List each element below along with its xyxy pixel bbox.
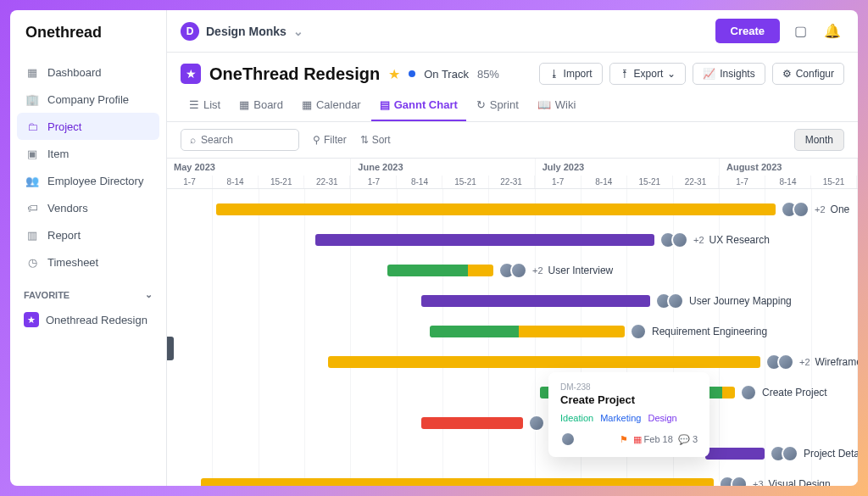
filter-button[interactable]: ⚲Filter — [313, 134, 347, 146]
task-bar[interactable] — [201, 478, 714, 486]
tab-gannt-chart[interactable]: ▤Gannt Chart — [371, 93, 466, 121]
task-bar[interactable] — [315, 234, 654, 246]
week-cell: 1-7 — [536, 176, 581, 188]
assignee-avatars[interactable] — [659, 231, 688, 248]
task-row[interactable]: +2Wireframe — [167, 347, 858, 377]
create-button[interactable]: Create — [715, 19, 780, 43]
task-bar[interactable] — [216, 203, 776, 215]
avatar[interactable] — [630, 323, 647, 340]
sidebar-item-item[interactable]: ▣Item — [17, 140, 159, 167]
avatar[interactable] — [793, 201, 810, 218]
project-header: ★ OneThread Redesign ★ On Track 85% ⭳Imp… — [167, 53, 858, 85]
sidebar-item-company-profile[interactable]: 🏢Company Profile — [17, 86, 159, 113]
sidebar-item-project[interactable]: 🗀Project — [17, 113, 159, 140]
tab-calendar[interactable]: ▦Calendar — [293, 93, 370, 121]
assignee-avatars[interactable] — [630, 323, 647, 340]
week-cell: 15-21 — [259, 176, 304, 188]
collapse-handle[interactable] — [167, 337, 174, 360]
task-bar[interactable] — [421, 417, 523, 429]
sort-icon: ⇅ — [360, 134, 369, 146]
tab-list[interactable]: ☰List — [181, 93, 229, 121]
gantt-chart: May 20231-78-1415-2122-31June 20231-78-1… — [167, 159, 858, 486]
clock-icon: ◷ — [25, 255, 39, 269]
tab-icon: ▤ — [380, 98, 390, 111]
avatar[interactable] — [667, 293, 684, 309]
week-cell: 8-14 — [765, 176, 811, 188]
sidebar-item-label: Vendors — [47, 202, 88, 215]
favorite-header[interactable]: FAVORITE ⌄ — [10, 279, 166, 305]
task-row[interactable]: User Journey Mapping — [167, 286, 858, 316]
assignee-avatars[interactable] — [719, 476, 748, 486]
assignee-avatars[interactable] — [498, 262, 527, 279]
assignee-avatars[interactable] — [765, 354, 794, 371]
task-bar[interactable] — [430, 326, 625, 337]
star-icon[interactable]: ★ — [388, 66, 400, 82]
more-count: +2 — [693, 235, 704, 245]
grid-icon: ▦ — [25, 65, 39, 79]
task-row[interactable]: Requirement Engineering — [167, 316, 858, 347]
task-bar[interactable] — [387, 265, 493, 276]
task-row[interactable]: Project Details View — [167, 438, 858, 469]
week-cell: 22-31 — [673, 176, 719, 188]
avatar[interactable] — [740, 384, 757, 401]
status-text: On Track — [424, 68, 469, 81]
tag-ideation[interactable]: Ideation — [560, 413, 593, 423]
flag-icon[interactable]: ⚑ — [620, 434, 628, 445]
assignee-avatars[interactable] — [528, 415, 545, 432]
export-button[interactable]: ⭱Export⌄ — [609, 63, 687, 85]
popup-task-title: Create Project — [560, 393, 698, 406]
assignee-avatars[interactable] — [740, 384, 757, 401]
import-button[interactable]: ⭳Import — [539, 63, 603, 85]
task-row[interactable]: +2UX Research — [167, 225, 858, 255]
insights-button[interactable]: 📈Insights — [693, 63, 765, 85]
sort-button[interactable]: ⇅Sort — [360, 134, 391, 146]
avatar[interactable] — [777, 354, 794, 371]
task-row[interactable] — [167, 408, 858, 438]
task-row[interactable]: +2One — [167, 194, 858, 225]
task-label: UX Research — [709, 234, 770, 246]
task-bar[interactable] — [328, 356, 760, 368]
task-row[interactable]: +2User Interview — [167, 255, 858, 286]
status-dot-icon — [409, 70, 415, 77]
avatar[interactable] — [782, 445, 798, 462]
sidebar-item-label: Report — [47, 229, 81, 242]
task-bar[interactable] — [705, 448, 765, 460]
gear-icon: ⚙ — [782, 68, 792, 80]
month-label: July 2023 — [536, 159, 719, 176]
sidebar-item-dashboard[interactable]: ▦Dashboard — [17, 59, 159, 86]
sidebar-item-report[interactable]: ▥Report — [17, 221, 159, 248]
tab-wiki[interactable]: 📖Wiki — [529, 93, 585, 121]
task-bar[interactable] — [421, 295, 650, 307]
task-meta: User Journey Mapping — [655, 293, 792, 309]
tab-sprint[interactable]: ↻Sprint — [468, 93, 527, 121]
assignee-avatars[interactable] — [781, 201, 810, 218]
assignee-avatars[interactable] — [655, 293, 684, 309]
avatar[interactable] — [671, 231, 688, 248]
workspace-selector[interactable]: D Design Monks ⌄ — [181, 22, 303, 41]
range-button[interactable]: Month — [794, 129, 844, 151]
sidebar-item-employee-directory[interactable]: 👥Employee Directory — [17, 167, 159, 194]
tag-marketing[interactable]: Marketing — [600, 413, 641, 423]
avatar[interactable] — [731, 476, 748, 486]
chat-icon[interactable]: ▢ — [788, 20, 812, 43]
avatar[interactable] — [528, 415, 545, 432]
tab-board[interactable]: ▦Board — [231, 93, 292, 121]
task-row[interactable]: +3Visual Design — [167, 469, 858, 486]
configure-button[interactable]: ⚙Configur — [772, 63, 844, 85]
sidebar-item-vendors[interactable]: 🏷Vendors — [17, 194, 159, 221]
week-cell: 15-21 — [811, 176, 857, 188]
avatar[interactable] — [560, 432, 576, 447]
week-cell: 15-21 — [627, 176, 673, 188]
avatar[interactable] — [510, 262, 527, 279]
bell-icon[interactable]: 🔔 — [821, 20, 844, 43]
project-icon: ★ — [181, 64, 201, 84]
search-input[interactable]: ⌕Search — [181, 129, 299, 151]
sidebar-item-timesheet[interactable]: ◷Timesheet — [17, 248, 159, 276]
gantt-body[interactable]: +2One+2UX Research+2User InterviewUser J… — [167, 189, 858, 486]
task-row[interactable]: Create Project — [167, 377, 858, 408]
assignee-avatars[interactable] — [770, 445, 798, 462]
due-date[interactable]: ▦Feb 18 — [633, 434, 673, 445]
favorite-item[interactable]: ★Onethread Redesign — [10, 305, 166, 334]
comments-count[interactable]: 💬 3 — [678, 434, 698, 445]
tag-design[interactable]: Design — [648, 413, 676, 423]
